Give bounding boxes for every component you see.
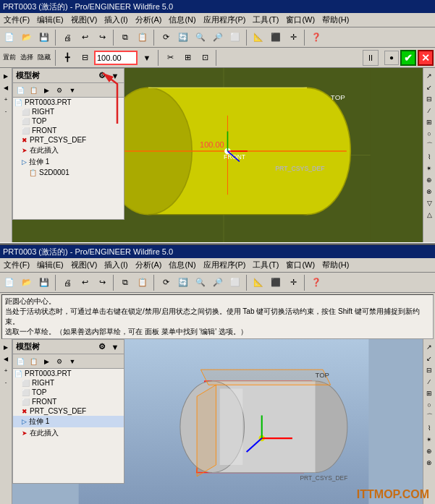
menu-file-top[interactable]: 文件(F)	[0, 14, 33, 25]
undo-btn[interactable]: ↩	[77, 30, 93, 46]
b-tree-tb3[interactable]: ▶	[41, 356, 52, 367]
tree-item-right[interactable]: ⬜ RIGHT	[13, 107, 124, 116]
ls-btn3[interactable]: +	[1, 94, 11, 104]
b-model-display-btn[interactable]: ⬛	[268, 275, 284, 291]
pause-btn[interactable]: II	[363, 50, 379, 66]
fit-btn[interactable]: ⬜	[227, 30, 243, 46]
print-btn[interactable]: 🖨	[59, 30, 75, 46]
menu-edit-bot[interactable]: 编辑(E)	[33, 260, 67, 270]
menu-view-top[interactable]: 视图(V)	[67, 14, 101, 25]
b-tree-expand-btn[interactable]: ▼	[109, 341, 121, 353]
b-rt-btn10[interactable]: ⊕	[424, 446, 434, 456]
rt-btn8-top[interactable]: ⌇	[424, 152, 434, 162]
tree-item-prt[interactable]: 📄 PRT0003.PRT	[13, 98, 124, 107]
menu-insert-bot[interactable]: 插入(I)	[101, 260, 131, 270]
ok-btn[interactable]: ✔	[400, 50, 416, 66]
save-btn[interactable]: 💾	[36, 30, 52, 46]
tree-item-s2d[interactable]: 📋 S2D0001	[13, 168, 124, 177]
b-spin-btn[interactable]: 🔄	[175, 275, 191, 291]
rt-btn11-top[interactable]: ⊗	[424, 187, 434, 197]
tree-tb1[interactable]: 📄	[14, 85, 26, 96]
b-rt-btn7[interactable]: ⌒	[424, 411, 434, 422]
zoom-out-btn[interactable]: 🔎	[210, 30, 226, 46]
b-view-named-btn[interactable]: 📐	[250, 275, 266, 291]
help-btn[interactable]: ❓	[308, 30, 324, 46]
menu-edit-top[interactable]: 编辑(E)	[33, 14, 67, 25]
view-named-btn[interactable]: 📐	[250, 30, 266, 46]
cancel-btn[interactable]: ✕	[418, 50, 434, 66]
b-tree-tb5[interactable]: ▼	[67, 356, 78, 367]
paste-btn[interactable]: 📋	[135, 30, 151, 46]
menu-file-bot[interactable]: 文件(F)	[0, 260, 33, 270]
zoom-in-btn[interactable]: 🔍	[193, 30, 208, 46]
b-help-btn[interactable]: ❓	[308, 275, 324, 291]
b-undo-btn[interactable]: ↩	[77, 275, 93, 291]
b-open-btn[interactable]: 📂	[19, 275, 35, 291]
b-rt-btn8[interactable]: ⌇	[424, 423, 434, 433]
tree-expand-btn[interactable]: ▼	[109, 70, 121, 82]
ls-btn4[interactable]: -	[1, 106, 11, 116]
rt-btn7-top[interactable]: ⌒	[424, 140, 434, 150]
menu-tools-top[interactable]: 工具(T)	[249, 14, 282, 25]
b-tree-item-top[interactable]: ⬜ TOP	[13, 388, 124, 397]
b-save-btn[interactable]: 💾	[36, 275, 52, 291]
b-paste-btn[interactable]: 📋	[135, 275, 151, 291]
ls-btn1[interactable]: ▶	[1, 71, 11, 81]
menu-app-top[interactable]: 应用程序(P)	[200, 14, 250, 25]
rt-btn10-top[interactable]: ⊕	[424, 175, 434, 185]
b-rt-btn6[interactable]: ○	[424, 400, 434, 410]
tree-item-csys[interactable]: ✖ PRT_CSYS_DEF	[13, 135, 124, 145]
b-fit-btn[interactable]: ⬜	[227, 275, 243, 291]
menu-help-top[interactable]: 帮助(H)	[318, 14, 352, 25]
b-redo-btn[interactable]: ↪	[94, 275, 110, 291]
b-rt-btn2[interactable]: ↙	[424, 354, 434, 364]
b-rt-btn4[interactable]: ∕	[424, 377, 434, 387]
rt-btn13-top[interactable]: △	[424, 210, 434, 220]
rt-btn5-top[interactable]: ⊞	[424, 117, 434, 127]
b-ls-btn1[interactable]: ▶	[1, 342, 11, 352]
menu-app-bot[interactable]: 应用程序(P)	[200, 260, 250, 270]
b-tree-tb1[interactable]: 📄	[14, 356, 26, 367]
b-tree-settings-btn[interactable]: ⚙	[96, 341, 108, 353]
b-zoom-out-btn[interactable]: 🔎	[210, 275, 226, 291]
menu-window-top[interactable]: 窗口(W)	[282, 14, 318, 25]
b-ls-btn4[interactable]: -	[1, 377, 11, 387]
ls-btn2[interactable]: ◀	[1, 82, 11, 93]
rt-btn4-top[interactable]: ∕	[424, 106, 434, 116]
tree-tb3[interactable]: ▶	[41, 85, 52, 96]
b-rt-btn9[interactable]: ✴	[424, 435, 434, 445]
trim-btn[interactable]: ✂	[162, 50, 178, 66]
b-ls-btn2[interactable]: ◀	[1, 354, 11, 364]
b-datum-btn[interactable]: ✛	[285, 275, 301, 291]
tree-settings-btn[interactable]: ⚙	[96, 70, 108, 82]
menu-tools-bot[interactable]: 工具(T)	[249, 260, 282, 270]
mirror-btn[interactable]: ⊞	[180, 50, 195, 66]
set-front-btn[interactable]: 置前	[1, 50, 17, 66]
datum-btn[interactable]: ✛	[285, 30, 301, 46]
menu-insert-top[interactable]: 插入(I)	[101, 14, 131, 25]
rt-btn9-top[interactable]: ✴	[424, 163, 434, 174]
menu-help-bot[interactable]: 帮助(H)	[318, 260, 352, 270]
tree-tb2[interactable]: 📋	[28, 85, 39, 96]
rt-btn12-top[interactable]: ▽	[424, 198, 434, 208]
tree-item-extrude1[interactable]: ▷ 拉伸 1	[13, 156, 124, 168]
b-tree-item-csys[interactable]: ✖ PRT_CSYS_DEF	[13, 406, 124, 416]
b-tree-tb4[interactable]: ⚙	[54, 356, 65, 367]
menu-window-bot[interactable]: 窗口(W)	[282, 260, 318, 270]
rt-btn6-top[interactable]: ○	[424, 129, 434, 139]
open-btn[interactable]: 📂	[19, 30, 35, 46]
tree-item-front[interactable]: ⬜ FRONT	[13, 126, 124, 135]
tree-tb5[interactable]: ▼	[67, 85, 78, 96]
b-rt-btn5[interactable]: ⊞	[424, 388, 434, 398]
b-regen-btn[interactable]: ⟳	[158, 275, 174, 291]
rt-btn2-top[interactable]: ↙	[424, 82, 434, 93]
model-display-btn[interactable]: ⬛	[268, 30, 284, 46]
hide-btn[interactable]: 隐藏	[36, 50, 52, 66]
b-print-btn[interactable]: 🖨	[59, 275, 75, 291]
b-tree-item-insert[interactable]: ➤ 在此插入	[13, 427, 124, 439]
b-tree-item-prt[interactable]: 📄 PRT0003.PRT	[13, 369, 124, 378]
dimension-input[interactable]	[94, 51, 138, 65]
sketch-icon2[interactable]: ⊟	[77, 50, 93, 66]
b-zoom-in-btn[interactable]: 🔍	[193, 275, 208, 291]
menu-view-bot[interactable]: 视图(V)	[67, 260, 101, 270]
